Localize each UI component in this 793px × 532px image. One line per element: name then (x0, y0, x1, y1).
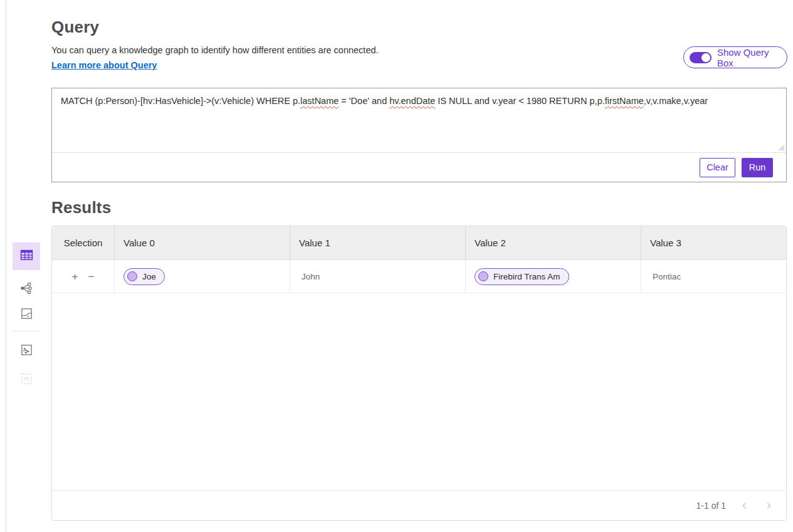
run-button[interactable]: Run (742, 158, 773, 177)
view-button-dashed-box (13, 366, 40, 394)
entity-pill[interactable]: Firebird Trans Am (475, 268, 569, 285)
query-text-segment: = 'Doe' and (339, 96, 389, 106)
query-editor-footer: Clear Run (52, 153, 786, 182)
results-title: Results (51, 198, 111, 217)
table-row: +−JoeJohnFirebird Trans AmPontiac (52, 260, 786, 293)
column-header-value1: Value 1 (290, 226, 466, 259)
query-text-segment: MATCH (p:Person)-[hv:HasVehicle]->(v:Veh… (61, 96, 300, 106)
query-text-misspelled: hv.endDate (389, 96, 435, 106)
dashed-box-icon (20, 372, 33, 388)
value-cell: Firebird Trans Am (466, 260, 641, 293)
toggle-label: Show Query Box (717, 47, 787, 68)
query-editor-container: MATCH (p:Person)-[hv:HasVehicle]->(v:Veh… (51, 88, 787, 182)
view-button-map[interactable] (13, 301, 40, 328)
entity-pill-label: Joe (142, 272, 156, 281)
next-page-button[interactable] (761, 498, 776, 513)
show-query-box-toggle[interactable]: Show Query Box (683, 46, 787, 68)
query-input[interactable]: MATCH (p:Person)-[hv:HasVehicle]->(v:Veh… (52, 88, 786, 153)
previous-page-button[interactable] (737, 498, 752, 513)
view-switcher-divider (13, 331, 40, 331)
results-card: Selection Value 0 Value 1 Value 2 Value … (51, 226, 787, 521)
query-text-misspelled: lastName (300, 96, 339, 106)
learn-more-link[interactable]: Learn more about Query (51, 60, 157, 70)
value-cell: Pontiac (641, 260, 786, 293)
map-icon (20, 307, 33, 323)
view-button-table[interactable] (13, 243, 40, 270)
view-button-map-overlay[interactable] (13, 337, 40, 365)
results-pagination-bar: 1-1 of 1 (52, 490, 786, 520)
resize-handle-icon[interactable] (777, 143, 785, 151)
pagination-range-label: 1-1 of 1 (696, 501, 726, 511)
cell-text: John (299, 272, 320, 281)
column-header-value3: Value 3 (641, 226, 786, 259)
query-text-misspelled: firstName (605, 96, 644, 106)
column-header-value0: Value 0 (115, 226, 290, 259)
remove-from-selection-button[interactable]: − (88, 271, 95, 282)
page-description: You can query a knowledge graph to ident… (51, 45, 379, 55)
add-to-selection-button[interactable]: + (72, 271, 78, 282)
query-text-segment: ,v,v.make,v.year (644, 96, 708, 106)
page-title: Query (51, 18, 99, 37)
column-header-selection: Selection (52, 226, 115, 259)
entity-pill[interactable]: Joe (123, 268, 165, 285)
link-chart-icon (19, 281, 33, 298)
results-table-body: +−JoeJohnFirebird Trans AmPontiac (52, 260, 786, 293)
toggle-switch-icon[interactable] (690, 52, 712, 63)
map-overlay-icon (20, 343, 33, 359)
cell-text: Pontiac (650, 272, 681, 281)
results-table: Selection Value 0 Value 1 Value 2 Value … (52, 226, 786, 293)
page-left-divider (6, 0, 6, 532)
table-icon (19, 248, 34, 265)
value-cell: Joe (115, 260, 290, 293)
query-text-segment: IS NULL and v.year < 1980 RETURN p,p. (435, 96, 604, 106)
selection-cell: +− (52, 260, 115, 293)
clear-button[interactable]: Clear (700, 158, 735, 177)
entity-dot-icon (478, 271, 488, 281)
results-horizontal-scroll[interactable]: Selection Value 0 Value 1 Value 2 Value … (52, 226, 786, 490)
value-cell: John (290, 260, 466, 293)
column-header-value2: Value 2 (466, 226, 641, 259)
entity-pill-label: Firebird Trans Am (493, 272, 560, 281)
view-button-link-chart[interactable] (13, 276, 40, 303)
entity-dot-icon (127, 271, 137, 281)
results-table-header: Selection Value 0 Value 1 Value 2 Value … (52, 226, 786, 260)
